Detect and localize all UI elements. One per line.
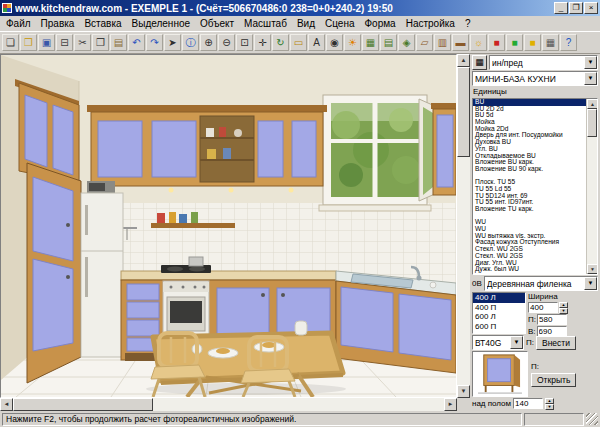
toolbar-button[interactable]: ⊟: [56, 34, 73, 51]
depth-field[interactable]: [537, 314, 567, 325]
list-item[interactable]: Вложение BU карк.: [473, 159, 586, 166]
scroll-down-icon[interactable]: ▼: [457, 385, 470, 398]
canvas-hscrollbar[interactable]: ◄ ►: [0, 398, 457, 411]
toolbar-button[interactable]: ▭: [290, 34, 307, 51]
close-button[interactable]: ×: [584, 2, 598, 14]
scroll-down-icon[interactable]: ▼: [587, 264, 598, 274]
scroll-up-icon[interactable]: ▲: [457, 54, 470, 67]
design-canvas[interactable]: [0, 54, 457, 398]
insert-button[interactable]: Внести: [536, 336, 576, 350]
chevron-down-icon[interactable]: ▼: [584, 56, 597, 69]
toolbar-button[interactable]: ➤: [164, 34, 181, 51]
list-item[interactable]: Мойка: [473, 119, 586, 126]
list-item[interactable]: TU 55 инт. ID97инт.: [473, 199, 586, 206]
width-field[interactable]: [528, 302, 558, 313]
list-item[interactable]: Стекл. WU 2GS: [473, 253, 586, 260]
maximize-button[interactable]: ❐: [569, 2, 583, 14]
list-scroll-thumb[interactable]: [587, 109, 597, 137]
list-item[interactable]: [473, 213, 586, 220]
toolbar-button[interactable]: ▤: [110, 34, 127, 51]
minimize-button[interactable]: _: [554, 2, 568, 14]
hscroll-thumb[interactable]: [13, 398, 153, 411]
variant-item[interactable]: 400 Л: [473, 293, 525, 303]
toolbar-button[interactable]: ■: [488, 34, 505, 51]
toolbar-button[interactable]: ▥: [434, 34, 451, 51]
list-item[interactable]: Стекл. WU 2GS: [473, 246, 586, 253]
toolbar-button[interactable]: ▣: [38, 34, 55, 51]
toolbar-button[interactable]: ✂: [74, 34, 91, 51]
chevron-down-icon[interactable]: ▼: [584, 72, 597, 85]
menu-item[interactable]: Настройка: [401, 17, 460, 30]
toolbar-button[interactable]: ■: [524, 34, 541, 51]
width-stepper[interactable]: ▲▼: [559, 302, 568, 313]
floor-height-field[interactable]: [513, 398, 543, 409]
toolbar-button[interactable]: ◉: [326, 34, 343, 51]
menu-item[interactable]: Масштаб: [239, 17, 292, 30]
list-item[interactable]: Дужк. был WU: [473, 266, 586, 273]
variant-item[interactable]: 400 П: [473, 303, 525, 313]
scroll-up-icon[interactable]: ▲: [587, 99, 598, 109]
panel-style-select[interactable]: Деревянная филенка ▼: [484, 276, 598, 291]
menu-item[interactable]: ?: [460, 17, 476, 30]
list-item[interactable]: Диаг. Угл. WU: [473, 260, 586, 267]
toolbar-button[interactable]: ▤: [380, 34, 397, 51]
list-item[interactable]: WU вытяжка vis. экстр.: [473, 233, 586, 240]
scroll-left-icon[interactable]: ◄: [0, 398, 13, 411]
toolbar-button[interactable]: A: [308, 34, 325, 51]
toolbar-button[interactable]: ⊕: [200, 34, 217, 51]
menu-item[interactable]: Файл: [1, 17, 36, 30]
toolbar-button[interactable]: ⓘ: [182, 34, 199, 51]
menu-item[interactable]: Форма: [359, 17, 400, 30]
toolbar-button[interactable]: ▦: [542, 34, 559, 51]
list-item[interactable]: Мойка 2Dd: [473, 126, 586, 133]
code-select[interactable]: ВТ40G ▼: [472, 335, 524, 350]
chevron-down-icon[interactable]: ▼: [510, 336, 523, 349]
list-item[interactable]: BU 5d: [473, 112, 586, 119]
toolbar-button[interactable]: ↷: [146, 34, 163, 51]
list-item[interactable]: Дверь для инт. Посудомойки: [473, 132, 586, 139]
vscroll-thumb[interactable]: [457, 67, 470, 157]
list-item[interactable]: [473, 173, 586, 180]
toolbar-button[interactable]: ↻: [272, 34, 289, 51]
list-item[interactable]: Духовка BU: [473, 139, 586, 146]
variant-item[interactable]: 600 П: [473, 322, 525, 332]
list-item[interactable]: TU 5D124 инт. 69: [473, 193, 586, 200]
menu-item[interactable]: Объект: [195, 17, 239, 30]
list-item[interactable]: Вложение TU карк.: [473, 206, 586, 213]
list-item[interactable]: BU: [473, 99, 586, 106]
open-button[interactable]: Открыть: [531, 373, 576, 387]
menu-item[interactable]: Сцена: [320, 17, 359, 30]
list-item[interactable]: BU 2D 2d: [473, 106, 586, 113]
spin-down-icon[interactable]: ▼: [545, 404, 554, 410]
mode-select[interactable]: ин/пред ▼: [489, 55, 598, 70]
toolbar-button[interactable]: ❒: [20, 34, 37, 51]
toolbar-button[interactable]: ▬: [452, 34, 469, 51]
list-item[interactable]: TU 55 Ld 55: [473, 186, 586, 193]
toolbar-button[interactable]: ▦: [362, 34, 379, 51]
menu-item[interactable]: Выделенное: [127, 17, 196, 30]
menu-item[interactable]: Правка: [36, 17, 80, 30]
list-item[interactable]: WU: [473, 226, 586, 233]
toolbar-button[interactable]: ↶: [128, 34, 145, 51]
list-item[interactable]: WU: [473, 219, 586, 226]
toolbar-button[interactable]: ❐: [92, 34, 109, 51]
resize-grip[interactable]: [586, 413, 598, 425]
chevron-down-icon[interactable]: ▼: [584, 277, 597, 290]
toolbar-button[interactable]: ◈: [398, 34, 415, 51]
canvas-vscrollbar[interactable]: ▲ ▼: [457, 54, 470, 398]
menu-item[interactable]: Вид: [292, 17, 320, 30]
variant-item[interactable]: 600 Л: [473, 312, 525, 322]
list-item[interactable]: Плоск. TU 55: [473, 179, 586, 186]
toolbar-button[interactable]: ⊡: [236, 34, 253, 51]
list-item[interactable]: Откладываемое BU: [473, 153, 586, 160]
toolbar-button[interactable]: ⊖: [218, 34, 235, 51]
catalog-select[interactable]: МИНИ-БАЗА КУХНИ ▼: [472, 71, 598, 86]
floor-height-stepper[interactable]: ▲▼: [545, 398, 554, 409]
list-vscrollbar[interactable]: ▲ ▼: [586, 99, 597, 274]
toolbar-button[interactable]: ✛: [254, 34, 271, 51]
toolbar-button[interactable]: ?: [560, 34, 577, 51]
toolbar-button[interactable]: ☀: [344, 34, 361, 51]
list-item[interactable]: Фасад кожуха Отступления: [473, 239, 586, 246]
list-item[interactable]: Угл. BU: [473, 146, 586, 153]
catalog-grid-button[interactable]: ▦: [472, 55, 487, 70]
